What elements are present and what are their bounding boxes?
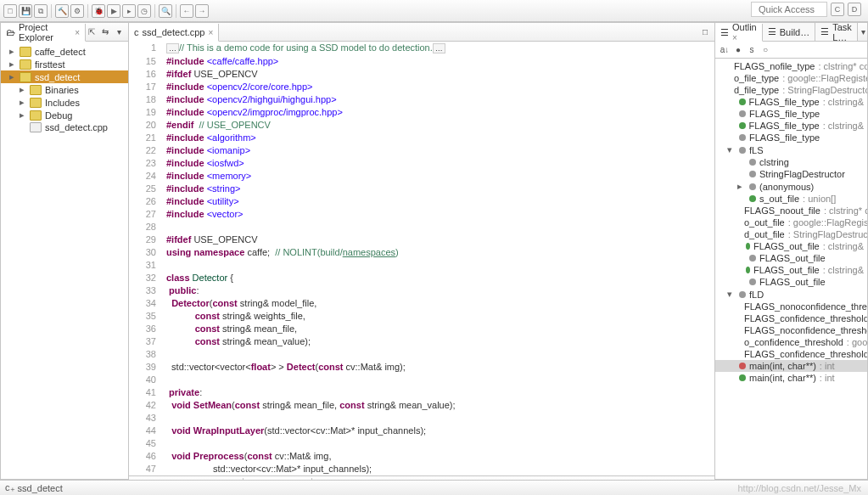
code-line[interactable]: 22#include <iomanip>	[129, 144, 714, 157]
profile-icon[interactable]: ◷	[137, 4, 151, 18]
close-icon[interactable]: ×	[732, 33, 737, 42]
code-content[interactable]: #include <algorithm>	[163, 132, 256, 144]
tree-item-debug[interactable]: ▸Debug	[1, 109, 128, 121]
code-line[interactable]: 40	[129, 374, 714, 386]
tree-item-caffe_detect[interactable]: ▸caffe_detect	[1, 45, 128, 58]
code-content[interactable]: #include <iomanip>	[163, 144, 250, 157]
code-line[interactable]: 30using namespace caffe; // NOLINT(build…	[129, 246, 714, 259]
code-line[interactable]: 21#include <algorithm>	[129, 132, 714, 144]
outline-item[interactable]: main(int, char**) : int	[715, 372, 867, 384]
outline-item[interactable]: clstring	[715, 156, 867, 168]
view-menu-icon[interactable]: ▾	[858, 26, 868, 38]
outline-item[interactable]: ▸(anonymous)	[715, 180, 867, 193]
code-line[interactable]: 28	[129, 221, 714, 233]
project-explorer-tab[interactable]: 🗁 Project Explorer ×	[1, 24, 86, 42]
code-line[interactable]: 37 const string& mean_value);	[129, 335, 714, 348]
outline-item[interactable]: ▾fLS	[715, 143, 867, 156]
expand-arrow-icon[interactable]: ▸	[8, 59, 16, 70]
perspective-debug-icon[interactable]: D	[848, 3, 861, 16]
back-icon[interactable]: ←	[180, 4, 193, 18]
code-line[interactable]: 1…// This is a demo code for using a SSD…	[129, 42, 714, 55]
code-line[interactable]: 36 const string& mean_file,	[129, 323, 714, 335]
code-line[interactable]: 44 void WrapInputLayer(std::vector<cv::M…	[129, 425, 714, 437]
perspective-cpp-icon[interactable]: C	[831, 3, 844, 16]
code-content[interactable]: const string& mean_value);	[163, 335, 311, 348]
expand-arrow-icon[interactable]: ▸	[18, 110, 26, 121]
sort-icon[interactable]: a↓	[719, 44, 731, 56]
outline-item[interactable]: FLAGS_noout_file : clstring* const	[715, 205, 867, 217]
code-content[interactable]: #ifdef USE_OPENCV	[163, 233, 258, 246]
code-content[interactable]	[163, 437, 166, 450]
close-icon[interactable]: ×	[75, 28, 80, 37]
code-content[interactable]: void Preprocess(const cv::Mat& img,	[163, 450, 331, 463]
code-line[interactable]: 18#include <opencv2/highgui/highgui.hpp>	[129, 93, 714, 106]
code-line[interactable]: 29#ifdef USE_OPENCV	[129, 233, 714, 246]
code-line[interactable]: 20#endif // USE_OPENCV	[129, 119, 714, 132]
outline-item[interactable]: d_out_file : StringFlagDestructor	[715, 228, 867, 240]
code-line[interactable]: 46 void Preprocess(const cv::Mat& img,	[129, 450, 714, 463]
code-line[interactable]: 35 const string& weights_file,	[129, 310, 714, 323]
outline-tab-build[interactable]: ☰Build…	[763, 23, 815, 41]
run-icon[interactable]: ▶	[107, 4, 120, 18]
code-line[interactable]: 15#include <caffe/caffe.hpp>	[129, 55, 714, 68]
code-line[interactable]: 47 std::vector<cv::Mat>* input_channels)…	[129, 463, 714, 475]
expand-arrow-icon[interactable]: ▾	[727, 289, 736, 300]
expand-arrow-icon[interactable]: ▸	[18, 84, 26, 95]
code-line[interactable]: 17#include <opencv2/core/core.hpp>	[129, 81, 714, 93]
expand-arrow-icon[interactable]: ▾	[727, 144, 736, 155]
expand-arrow-icon[interactable]: ▸	[18, 97, 26, 108]
code-content[interactable]: #include <vector>	[163, 208, 244, 221]
outline-item[interactable]: FLAGS_file_type	[715, 132, 867, 143]
outline-item[interactable]: StringFlagDestructor	[715, 168, 867, 180]
code-line[interactable]: 34 Detector(const string& model_file,	[129, 297, 714, 310]
code-content[interactable]: #include <opencv2/highgui/highgui.hpp>	[163, 93, 337, 106]
maximize-icon[interactable]: □	[699, 26, 711, 38]
code-content[interactable]: private:	[163, 386, 202, 399]
view-menu-icon[interactable]: ▾	[113, 26, 125, 38]
code-content[interactable]: #include <opencv2/core/core.hpp>	[163, 81, 312, 93]
new-icon[interactable]: □	[3, 4, 17, 18]
close-icon[interactable]: ×	[209, 28, 214, 37]
tree-item-includes[interactable]: ▸Includes	[1, 96, 128, 109]
build-all-icon[interactable]: ⚙	[70, 4, 84, 18]
code-line[interactable]: 45	[129, 437, 714, 450]
outline-item[interactable]: FLAGS_nofile_type : clstring* const	[715, 60, 867, 72]
code-content[interactable]: #include <opencv2/imgproc/imgproc.hpp>	[163, 106, 343, 119]
code-line[interactable]: 31	[129, 259, 714, 272]
code-content[interactable]: void WrapInputLayer(std::vector<cv::Mat>…	[163, 425, 426, 437]
code-line[interactable]: 39 std::vector<vector<float> > Detect(co…	[129, 361, 714, 374]
code-line[interactable]: 32class Detector {	[129, 272, 714, 284]
code-content[interactable]: …// This is a demo code for using a SSD …	[163, 42, 445, 55]
code-line[interactable]: 27#include <vector>	[129, 208, 714, 221]
outline-item[interactable]: FLAGS_out_file : clstring&	[715, 240, 867, 252]
outline-item[interactable]: FLAGS_file_type : clstring&	[715, 96, 867, 108]
code-content[interactable]: #ifdef USE_OPENCV	[163, 68, 258, 81]
outline-item[interactable]: FLAGS_out_file	[715, 252, 867, 264]
code-line[interactable]: 19#include <opencv2/imgproc/imgproc.hpp>	[129, 106, 714, 119]
code-content[interactable]	[163, 259, 166, 272]
outline-item[interactable]: FLAGS_file_type : clstring&	[715, 120, 867, 132]
code-content[interactable]: #include <iosfwd>	[163, 157, 244, 170]
code-content[interactable]: #include <memory>	[163, 170, 251, 183]
code-line[interactable]: 38	[129, 348, 714, 361]
outline-item[interactable]: FLAGS_confidence_threshold	[715, 348, 867, 360]
tree-item-binaries[interactable]: ▸Binaries	[1, 83, 128, 96]
outline-item[interactable]: FLAGS_nonoconfidence_threshold	[715, 301, 867, 312]
debug-icon[interactable]: 🐞	[92, 4, 105, 18]
code-line[interactable]: 16#ifdef USE_OPENCV	[129, 68, 714, 81]
code-content[interactable]: #include <utility>	[163, 195, 239, 208]
outline-item[interactable]: FLAGS_noconfidence_threshold : d	[715, 324, 867, 336]
save-icon[interactable]: 💾	[19, 4, 32, 18]
code-content[interactable]: class Detector {	[163, 272, 233, 284]
code-content[interactable]	[163, 374, 166, 386]
code-line[interactable]: 42 void SetMean(const string& mean_file,…	[129, 399, 714, 412]
collapse-all-icon[interactable]: ⇱	[86, 26, 98, 38]
code-line[interactable]: 26#include <utility>	[129, 195, 714, 208]
code-line[interactable]: 43	[129, 412, 714, 425]
tree-item-ssd_detect[interactable]: ▸ssd_detect	[1, 70, 128, 83]
code-line[interactable]: 23#include <iosfwd>	[129, 157, 714, 170]
expand-arrow-icon[interactable]: ▸	[737, 181, 746, 192]
code-content[interactable]: Detector(const string& model_file,	[163, 297, 316, 310]
build-icon[interactable]: 🔨	[55, 4, 69, 18]
code-content[interactable]: #endif // USE_OPENCV	[163, 119, 271, 132]
